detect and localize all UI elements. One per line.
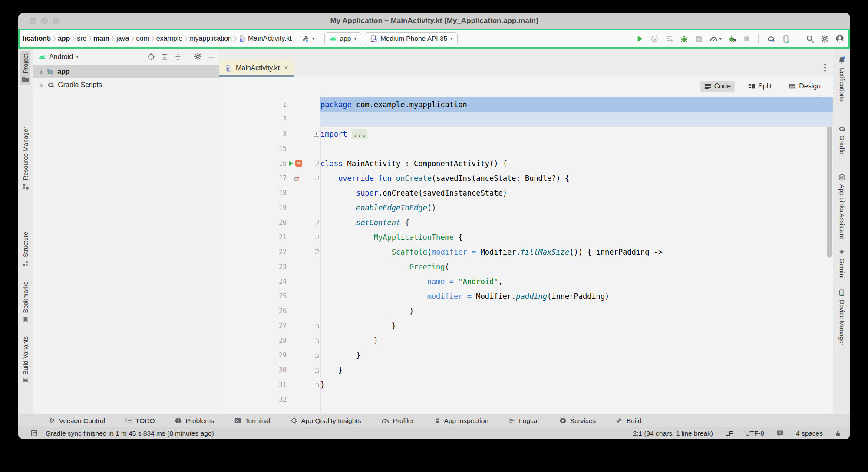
search-everywhere-button[interactable] <box>806 35 814 43</box>
tool-window-button-problems[interactable]: Problems <box>175 417 214 425</box>
settings-button[interactable] <box>821 35 829 43</box>
code-line-29[interactable]: 29 } <box>219 348 833 363</box>
tool-window-button-version-control[interactable]: Version Control <box>49 417 105 425</box>
account-button[interactable] <box>835 34 844 43</box>
code-line-27[interactable]: 27 } <box>219 318 833 333</box>
expand-all-button-icon[interactable] <box>161 53 168 61</box>
panel-options-button-icon[interactable] <box>194 52 202 61</box>
code-line-3[interactable]: 3+import ... <box>219 127 833 141</box>
code-line-16[interactable]: 16<>class MainActivity : ComponentActivi… <box>219 156 833 171</box>
build-menu-button[interactable]: ▾ <box>301 35 315 43</box>
breadcrumb-item-lication5[interactable]: lication5 <box>23 35 51 43</box>
tool-window-button-profiler[interactable]: Profiler <box>381 416 414 425</box>
profiler-button[interactable]: ▾ <box>710 35 722 43</box>
fold-region-start-icon[interactable] <box>314 234 319 240</box>
profile-low-overhead-button[interactable] <box>695 35 703 43</box>
code-line-28[interactable]: 28 } <box>219 333 833 348</box>
hide-panel-button[interactable]: — <box>208 53 215 61</box>
code-line-26[interactable]: 26 ) <box>219 304 833 318</box>
tool-tab-structure[interactable]: Structure <box>21 229 30 270</box>
tool-window-button-app-inspection[interactable]: App Inspection <box>434 417 489 425</box>
title-bar[interactable]: My Application – MainActivity.kt [My_App… <box>18 13 850 29</box>
indent-setting[interactable]: 4 spaces <box>796 429 823 437</box>
breadcrumb-item-mainactivity-kt[interactable]: MainActivity.kt <box>239 35 292 43</box>
view-mode-design-button[interactable]: Design <box>785 81 825 92</box>
view-mode-split-button[interactable]: Split <box>744 81 776 92</box>
fold-region-start-icon[interactable] <box>314 161 319 167</box>
device-manager-button[interactable] <box>782 35 790 43</box>
code-line-15[interactable]: 15 <box>219 141 833 156</box>
apply-changes-button[interactable]: A <box>650 35 659 43</box>
tool-window-button-todo[interactable]: TODO <box>125 417 155 425</box>
fold-expand-icon[interactable]: + <box>314 131 319 137</box>
tool-tab-app-links-assistant[interactable]: App Links Assistant <box>837 170 847 242</box>
code-line-25[interactable]: 25 modifier = Modifier.padding(innerPadd… <box>219 289 833 304</box>
caret-position[interactable]: 2:1 (34 chars, 1 line break) <box>633 429 713 437</box>
code-line-21[interactable]: 21 MyApplicationTheme { <box>219 230 833 245</box>
attach-debugger-button[interactable] <box>728 35 736 43</box>
breadcrumb-item-src[interactable]: src <box>77 35 86 43</box>
chevron-right-icon[interactable]: › <box>40 81 43 89</box>
breadcrumb-item-java[interactable]: java <box>116 35 129 43</box>
inspection-highlight-button-icon[interactable] <box>776 429 784 437</box>
code-line-24[interactable]: 24 name = "Android", <box>219 274 833 289</box>
tool-tab-build-variants[interactable]: Build Variants <box>20 333 30 385</box>
tool-tab-resource-manager[interactable]: Resource Manager <box>21 124 30 193</box>
tool-tab-bookmarks[interactable]: Bookmarks <box>21 279 30 326</box>
fold-region-end-icon[interactable] <box>314 323 319 329</box>
apply-code-changes-button[interactable] <box>665 35 673 43</box>
editor-tab-mainactivity[interactable]: MainActivity.kt × <box>219 59 294 77</box>
compose-preview-icon[interactable]: <> <box>295 160 302 167</box>
run-button[interactable] <box>636 35 644 43</box>
code-line-30[interactable]: 30 } <box>219 363 833 377</box>
run-gutter-icon[interactable] <box>288 161 294 166</box>
code-line-31[interactable]: 31} <box>219 377 833 392</box>
tool-window-button-build[interactable]: Build <box>616 417 641 425</box>
fold-region-end-icon[interactable] <box>314 352 319 358</box>
file-writable-toggle-icon[interactable] <box>835 429 842 437</box>
code-line-20[interactable]: 20 setContent { <box>219 215 833 230</box>
code-line-17[interactable]: 17 override fun onCreate(savedInstanceSt… <box>219 171 833 186</box>
file-encoding[interactable]: UTF-8 <box>745 429 764 437</box>
fold-region-end-icon[interactable] <box>314 338 319 344</box>
chevron-down-icon[interactable]: ▾ <box>76 54 79 59</box>
fold-region-start-icon[interactable] <box>314 175 319 181</box>
debug-button[interactable] <box>680 35 688 43</box>
collapse-all-button-icon[interactable] <box>174 53 182 61</box>
tool-tab-device-manager[interactable]: Device Manager <box>837 286 847 349</box>
fold-region-end-icon[interactable] <box>314 382 319 388</box>
code-line-22[interactable]: 22 Scaffold(modifier = Modifier.fillMaxS… <box>219 245 833 259</box>
project-view-mode[interactable]: Android <box>49 53 73 61</box>
breadcrumb-item-app[interactable]: app <box>58 35 70 43</box>
run-configuration-select[interactable]: app ▾ <box>324 32 361 45</box>
locate-file-button-icon[interactable] <box>147 53 155 61</box>
breadcrumb-item-com[interactable]: com <box>136 35 149 43</box>
code-line-23[interactable]: 23 Greeting( <box>219 259 833 274</box>
code-line-18[interactable]: 18 super.onCreate(savedInstanceState) <box>219 186 833 200</box>
tool-tab-notifications[interactable]: Notifications <box>836 53 847 105</box>
tool-window-layout-button-icon[interactable] <box>30 429 38 437</box>
close-tab-icon[interactable]: × <box>284 64 288 72</box>
overrides-method-icon[interactable] <box>294 175 300 182</box>
tool-window-button-services[interactable]: Services <box>559 417 596 425</box>
fold-region-start-icon[interactable] <box>314 249 319 255</box>
breadcrumb-item-example[interactable]: example <box>156 35 182 43</box>
tab-options-menu-icon[interactable] <box>824 64 826 72</box>
code-line-19[interactable]: 19 enableEdgeToEdge() <box>219 200 833 215</box>
code-line-32[interactable]: 32 <box>219 392 833 407</box>
tool-window-button-terminal[interactable]: Terminal <box>234 417 271 425</box>
fold-region-end-icon[interactable] <box>314 367 319 373</box>
breadcrumb-item-myapplication[interactable]: myapplication <box>189 35 232 43</box>
tree-node-gradle-scripts[interactable]: ›Gradle Scripts <box>33 78 219 92</box>
tool-tab-gradle[interactable]: Gradle <box>836 122 847 157</box>
stop-button[interactable] <box>743 35 750 43</box>
breadcrumb-item-main[interactable]: main <box>93 35 109 43</box>
tool-window-button-app-quality-insights[interactable]: App Quality Insights <box>290 417 361 425</box>
fold-region-start-icon[interactable] <box>314 220 319 226</box>
line-separator[interactable]: LF <box>725 429 733 437</box>
view-mode-code-button[interactable]: Code <box>700 81 735 92</box>
device-select[interactable]: Medium Phone API 35 ▾ <box>365 32 458 45</box>
gradle-sync-button[interactable] <box>766 35 776 43</box>
code-line-2[interactable]: 2 <box>219 112 833 127</box>
chevron-right-icon[interactable]: › <box>40 67 43 75</box>
